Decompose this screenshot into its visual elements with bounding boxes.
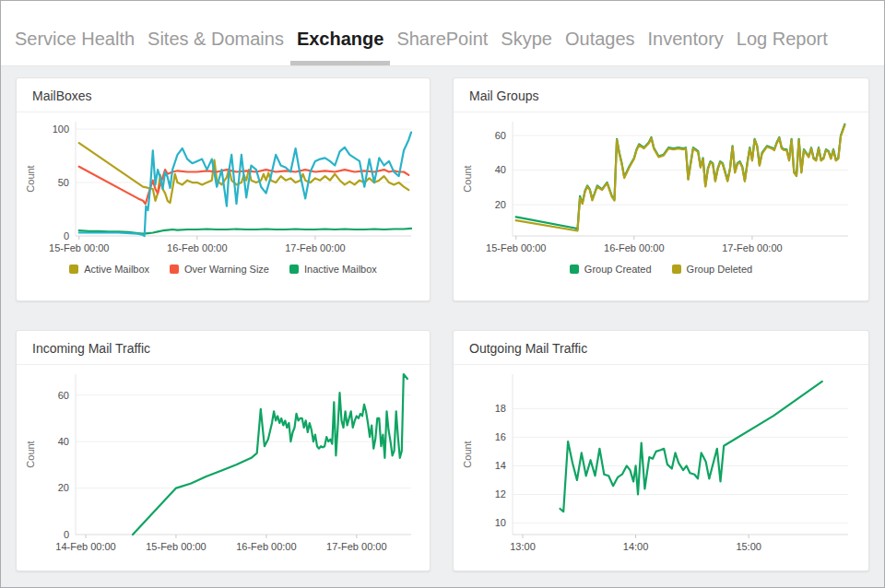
x-tick-label: 15:00: [736, 541, 761, 552]
y-axis-title: Count: [462, 441, 473, 467]
legend-item-active-mailbox[interactable]: Active Mailbox: [69, 264, 149, 275]
y-tick-label: 40: [58, 436, 69, 447]
tab-sites-domains[interactable]: Sites & Domains: [141, 29, 290, 65]
x-tick-label: 17-Feb 00:00: [285, 242, 345, 253]
panel-title: Incoming Mail Traffic: [17, 331, 430, 365]
panel-outgoing-mail-traffic: Outgoing Mail Traffic 101214161813:0014:…: [453, 330, 869, 571]
legend-item-over-warning-size[interactable]: Over Warning Size: [170, 264, 269, 275]
tab-outages[interactable]: Outages: [559, 29, 642, 65]
y-tick-label: 20: [495, 199, 506, 210]
incoming-line: [133, 374, 407, 535]
panel-title: MailBoxes: [17, 78, 430, 112]
legend-item-group-created[interactable]: Group Created: [570, 264, 652, 275]
mailboxes-legend: Active MailboxOver Warning SizeInactive …: [17, 264, 430, 275]
mailboxes-chart-svg: 05010015-Feb 00:0016-Feb 00:0017-Feb 00:…: [22, 116, 422, 262]
x-tick-label: 17-Feb 00:00: [326, 541, 386, 552]
x-tick-label: 16-Feb 00:00: [167, 242, 227, 253]
panel-mail-groups: Mail Groups 20406015-Feb 00:0016-Feb 00:…: [453, 77, 869, 301]
legend-label: Over Warning Size: [184, 264, 269, 275]
legend-label: Group Created: [584, 264, 652, 275]
y-tick-label: 60: [495, 130, 506, 141]
y-tick-label: 100: [53, 123, 69, 135]
x-tick-label: 15-Feb 00:00: [49, 242, 109, 253]
incoming-mail-traffic-chart: 020406014-Feb 00:0015-Feb 00:0016-Feb 00…: [17, 365, 430, 560]
tab-skype[interactable]: Skype: [494, 29, 559, 65]
dashboard-grid: MailBoxes 05010015-Feb 00:0016-Feb 00:00…: [1, 66, 884, 571]
legend-swatch: [69, 265, 78, 274]
mail-groups-chart-svg: 20406015-Feb 00:0016-Feb 00:0017-Feb 00:…: [459, 116, 859, 262]
y-tick-label: 50: [58, 177, 69, 188]
legend-label: Active Mailbox: [84, 264, 149, 275]
y-tick-label: 0: [64, 529, 69, 540]
panel-incoming-mail-traffic: Incoming Mail Traffic 020406014-Feb 00:0…: [16, 330, 431, 571]
y-tick-label: 18: [495, 403, 506, 414]
y-tick-label: 20: [58, 482, 69, 493]
legend-label: Group Deleted: [687, 264, 753, 275]
outgoing-mail-traffic-chart-svg: 101214161813:0014:0015:00Count: [459, 369, 859, 560]
top-tab-bar: Service HealthSites & DomainsExchangeSha…: [1, 1, 884, 66]
x-tick-label: 14-Feb 00:00: [55, 541, 115, 552]
tab-service-health[interactable]: Service Health: [8, 29, 141, 65]
legend-item-inactive-mailbox[interactable]: Inactive Mailbox: [289, 264, 377, 275]
y-tick-label: 14: [495, 460, 506, 471]
tab-log-report[interactable]: Log Report: [730, 29, 834, 65]
y-tick-label: 0: [64, 230, 69, 241]
legend-swatch: [570, 265, 579, 274]
group-created-line: [516, 124, 845, 229]
app-window: Service HealthSites & DomainsExchangeSha…: [0, 0, 885, 588]
tab-inventory[interactable]: Inventory: [642, 29, 730, 65]
y-tick-label: 40: [495, 164, 506, 175]
legend-swatch: [170, 265, 179, 274]
x-tick-label: 17-Feb 00:00: [722, 242, 782, 253]
y-tick-label: 10: [495, 517, 506, 528]
x-tick-label: 14:00: [623, 541, 649, 552]
incoming-mail-traffic-chart-svg: 020406014-Feb 00:0015-Feb 00:0016-Feb 00…: [22, 369, 422, 560]
y-tick-label: 12: [495, 488, 506, 500]
legend-swatch: [672, 265, 681, 274]
shared-line: [79, 133, 411, 236]
y-tick-label: 60: [58, 390, 69, 401]
legend-label: Inactive Mailbox: [304, 264, 377, 275]
y-axis-title: Count: [25, 441, 36, 467]
x-tick-label: 16-Feb 00:00: [236, 541, 296, 552]
panel-mailboxes: MailBoxes 05010015-Feb 00:0016-Feb 00:00…: [16, 77, 431, 301]
x-tick-label: 15-Feb 00:00: [146, 541, 206, 552]
mailboxes-chart: 05010015-Feb 00:0016-Feb 00:0017-Feb 00:…: [17, 112, 430, 262]
legend-item-group-deleted[interactable]: Group Deleted: [672, 264, 753, 275]
y-axis-title: Count: [462, 165, 473, 192]
outgoing-line: [560, 382, 822, 512]
x-tick-label: 13:00: [510, 541, 536, 552]
tab-sharepoint[interactable]: SharePoint: [390, 29, 494, 65]
tab-exchange[interactable]: Exchange: [290, 29, 390, 65]
mail-groups-chart: 20406015-Feb 00:0016-Feb 00:0017-Feb 00:…: [454, 112, 868, 262]
y-tick-label: 16: [495, 431, 506, 442]
y-axis-title: Count: [25, 165, 36, 192]
group-deleted-line: [516, 125, 845, 231]
x-tick-label: 16-Feb 00:00: [604, 242, 664, 253]
x-tick-label: 15-Feb 00:00: [486, 242, 546, 253]
mail-groups-legend: Group CreatedGroup Deleted: [454, 264, 868, 275]
panel-title: Mail Groups: [454, 78, 868, 112]
legend-swatch: [289, 265, 299, 274]
outgoing-mail-traffic-chart: 101214161813:0014:0015:00Count: [454, 365, 868, 560]
panel-title: Outgoing Mail Traffic: [454, 331, 868, 365]
